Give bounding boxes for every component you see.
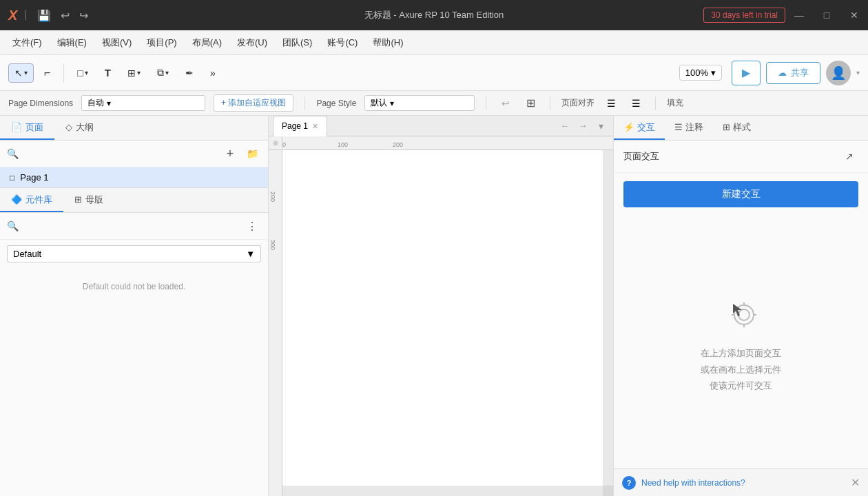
canvas-viewport[interactable] — [282, 150, 613, 496]
new-interaction-button[interactable]: 新建交互 — [623, 181, 858, 207]
canvas-nav-prev-btn[interactable]: ← — [557, 118, 573, 134]
pages-tab-icon: 📄 — [11, 122, 22, 132]
menu-project[interactable]: 项目(P) — [140, 34, 183, 52]
toolbar: ↖ ▾ ⌐ □ ▾ T ⊞ ▾ ⧉ ▾ ✒ » 100% ▾ ▶ ☁ — [0, 55, 868, 91]
ruler-top-row: ⊕ 0 100 200 — [269, 136, 613, 150]
pages-toolbar: 🔍 + 📁 — [0, 141, 268, 167]
interaction-section-title: 页面交互 — [623, 150, 659, 163]
component-library-select[interactable]: Default ▼ — [7, 245, 261, 262]
layer-tool-btn[interactable]: ⧉ ▾ — [151, 63, 175, 83]
select-dropdown-icon: ▾ — [24, 69, 28, 76]
settings-divider-4 — [655, 96, 656, 110]
component-library-dropdown-icon: ▼ — [246, 249, 255, 259]
ruler-corner[interactable]: ⊕ — [269, 136, 282, 150]
canvas-tab-close-btn[interactable]: ✕ — [312, 122, 318, 131]
select-arrow-icon: ↖ — [14, 68, 23, 79]
hint-line-2: 或在画布上选择元件 — [701, 362, 781, 378]
help-icon[interactable]: ? — [622, 476, 636, 490]
component-library-value: Default — [13, 249, 41, 259]
menu-edit[interactable]: 编辑(E) — [50, 34, 94, 52]
window-title: 无标题 - Axure RP 10 Team Edition — [364, 9, 504, 21]
component-icon: ⊞ — [127, 68, 136, 79]
avatar-dropdown-icon[interactable]: ▾ — [856, 69, 860, 76]
undo-icon[interactable]: ↩ — [61, 9, 70, 22]
redo-icon[interactable]: ↪ — [79, 9, 88, 22]
pages-tab-label: 页面 — [25, 121, 43, 134]
add-folder-btn[interactable]: 📁 — [243, 145, 261, 163]
tab-interactions[interactable]: ⚡ 交互 — [614, 116, 665, 140]
text-tool-btn[interactable]: T — [99, 63, 117, 83]
pen-tool-btn[interactable]: ✒ — [179, 63, 200, 83]
menu-account[interactable]: 账号(C) — [320, 34, 364, 52]
add-page-btn[interactable]: + — [221, 145, 239, 163]
shape-tool-btn[interactable]: □ ▾ — [71, 63, 94, 83]
logo-area: X | 💾 ↩ ↪ — [8, 8, 88, 23]
menu-view[interactable]: 视图(V) — [95, 34, 138, 52]
menu-help[interactable]: 帮助(H) — [366, 34, 410, 52]
rectangle-icon: □ — [77, 68, 83, 79]
help-link[interactable]: Need help with interactions? — [641, 478, 845, 488]
component-tool-btn[interactable]: ⊞ ▾ — [121, 63, 147, 83]
title-separator: | — [24, 9, 27, 21]
style-select[interactable]: 默认 ▾ — [364, 95, 475, 111]
tab-style[interactable]: ⊞ 样式 — [713, 116, 761, 140]
share-button[interactable]: ☁ 共享 — [766, 62, 820, 84]
component-more-btn[interactable]: ⋮ — [243, 217, 261, 235]
tab-notes[interactable]: ☰ 注释 — [665, 116, 713, 140]
minimize-button[interactable]: — — [785, 0, 813, 30]
zoom-dropdown-icon: ▾ — [711, 68, 716, 78]
save-icon[interactable]: 💾 — [37, 9, 51, 22]
align-left-btn[interactable]: ☰ — [603, 95, 619, 112]
canvas-white-area[interactable] — [282, 150, 603, 486]
right-panel-content: 页面交互 ↗ 新建交互 — [614, 141, 868, 468]
style-dropdown-icon: ▾ — [390, 99, 394, 108]
tab-pages[interactable]: 📄 页面 — [0, 116, 54, 140]
user-avatar[interactable]: 👤 — [826, 61, 851, 85]
hint-line-3: 使该元件可交互 — [701, 378, 781, 393]
more-tools-btn[interactable]: » — [204, 63, 222, 83]
restore-button[interactable]: □ — [813, 0, 840, 30]
close-button[interactable]: ✕ — [840, 0, 868, 30]
canvas-tab-page1[interactable]: Page 1 ✕ — [273, 116, 327, 136]
text-icon: T — [105, 67, 111, 79]
undo-style-btn[interactable]: ↩ — [497, 95, 514, 112]
canvas-scrollbar-horizontal[interactable] — [282, 486, 603, 496]
menu-layout[interactable]: 布局(A) — [185, 34, 229, 52]
canvas-scrollbar-vertical[interactable] — [603, 150, 613, 486]
app-logo: X — [8, 8, 17, 23]
connection-tool-btn[interactable]: ⌐ — [38, 63, 56, 83]
component-search-icon[interactable]: 🔍 — [7, 220, 19, 231]
page-item-label: Page 1 — [20, 172, 48, 183]
help-close-btn[interactable]: ✕ — [851, 476, 860, 489]
canvas-tabs-bar: Page 1 ✕ ← → ▾ — [269, 116, 613, 136]
select-tool-btn[interactable]: ↖ ▾ — [8, 63, 34, 83]
add-adaptive-view-btn[interactable]: + 添加自适应视图 — [214, 94, 293, 112]
canvas-main-row: 200 300 — [269, 150, 613, 496]
tab-outline[interactable]: ◇ 大纲 — [54, 116, 105, 140]
left-panel: 📄 页面 ◇ 大纲 🔍 + 📁 □ Page 1 — [0, 116, 269, 496]
restore-style-btn[interactable]: ⊞ — [522, 95, 539, 112]
notes-tab-icon: ☰ — [674, 122, 683, 132]
notes-tab-label: 注释 — [685, 121, 703, 134]
canvas-nav-next-btn[interactable]: → — [575, 118, 591, 134]
fill-label: 填充 — [667, 97, 683, 109]
align-center-btn[interactable]: ☰ — [628, 95, 644, 112]
page-item-1[interactable]: □ Page 1 — [0, 167, 268, 187]
dimensions-select[interactable]: 自动 ▾ — [81, 95, 205, 111]
canvas-area: Page 1 ✕ ← → ▾ ⊕ 0 100 200 200 300 — [269, 116, 613, 496]
style-tab-label: 样式 — [733, 121, 751, 134]
preview-button[interactable]: ▶ — [732, 61, 761, 85]
zoom-control[interactable]: 100% ▾ — [679, 65, 722, 81]
menu-team[interactable]: 团队(S) — [276, 34, 319, 52]
interaction-export-btn[interactable]: ↗ — [840, 147, 858, 165]
canvas-top-ruler: 0 100 200 — [282, 136, 613, 150]
components-masters-tabs: 🔷 元件库 ⊞ 母版 — [0, 188, 268, 213]
tab-masters[interactable]: ⊞ 母版 — [63, 188, 114, 212]
pages-search-icon[interactable]: 🔍 — [7, 148, 19, 159]
preview-play-icon: ▶ — [742, 66, 750, 79]
tab-components[interactable]: 🔷 元件库 — [0, 188, 63, 212]
menu-file[interactable]: 文件(F) — [6, 34, 49, 52]
canvas-nav-menu-btn[interactable]: ▾ — [592, 118, 609, 134]
menu-publish[interactable]: 发布(U) — [230, 34, 274, 52]
trial-badge[interactable]: 30 days left in trial — [703, 8, 785, 23]
